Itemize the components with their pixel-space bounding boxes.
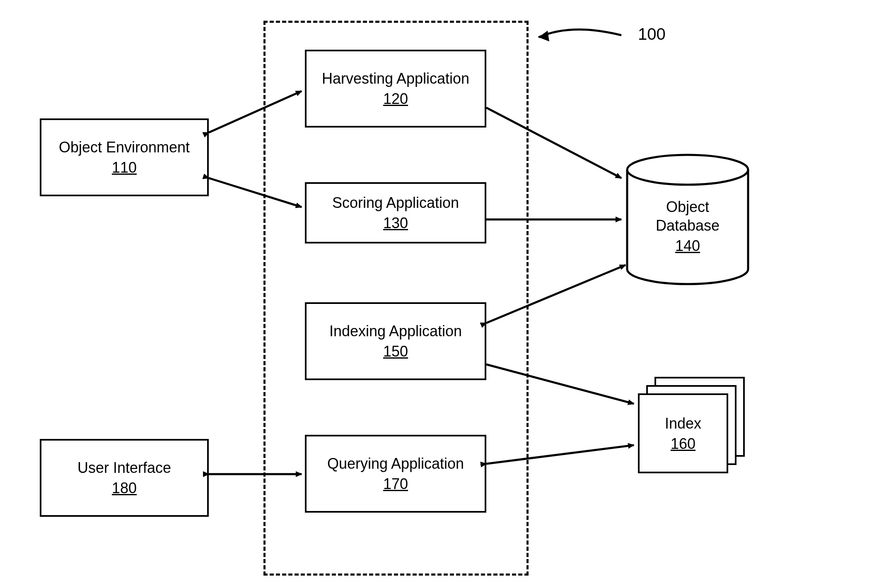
box-querying: Querying Application 170 [305, 435, 486, 513]
svg-point-1 [627, 155, 748, 185]
box-title: Indexing Application [329, 322, 462, 340]
svg-marker-0 [539, 31, 549, 41]
stack-title: Index [665, 414, 701, 433]
box-title: User Interface [77, 458, 171, 477]
index-stack: Index 160 [638, 377, 746, 472]
box-indexing: Indexing Application 150 [305, 302, 486, 380]
box-num: 110 [112, 158, 137, 177]
box-num: 150 [383, 342, 408, 361]
box-num: 130 [383, 214, 408, 232]
box-title: Scoring Application [332, 193, 459, 212]
db-title-line2: Database [656, 216, 720, 235]
ref-label: 100 [638, 25, 666, 43]
box-title: Querying Application [327, 454, 464, 473]
box-num: 120 [383, 89, 408, 108]
object-database: Object Database 140 [625, 153, 750, 286]
box-num: 170 [383, 475, 408, 493]
box-num: 180 [112, 479, 137, 497]
box-title: Harvesting Application [322, 69, 469, 88]
box-harvesting: Harvesting Application 120 [305, 50, 486, 128]
box-scoring: Scoring Application 130 [305, 182, 486, 243]
db-title-line1: Object [666, 198, 709, 216]
diagram-canvas: 100 Object Environment 110 Harvesting Ap… [0, 0, 879, 588]
stack-num: 160 [671, 434, 695, 453]
db-num: 140 [675, 236, 700, 255]
box-object-environment: Object Environment 110 [40, 118, 209, 196]
box-title: Object Environment [59, 138, 190, 157]
box-user-interface: User Interface 180 [40, 439, 209, 517]
